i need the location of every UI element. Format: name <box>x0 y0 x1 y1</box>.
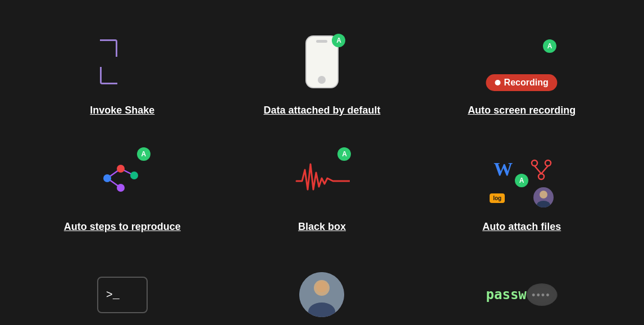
svg-point-8 <box>545 160 551 166</box>
svg-point-6 <box>130 171 138 179</box>
cell-auto-steps[interactable]: A Auto steps to reproduce <box>22 128 222 244</box>
black-box-label: Black box <box>298 221 346 233</box>
auto-steps-icon-area: A <box>89 145 156 212</box>
svg-point-17 <box>316 281 327 292</box>
data-attached-label: Data attached by default <box>263 105 380 116</box>
auto-steps-label: Auto steps to reproduce <box>64 221 181 233</box>
cell-auto-attach[interactable]: W A log Auto attach files <box>422 128 622 244</box>
data-attached-icon-area: A <box>288 28 355 96</box>
cell-invoke-shake[interactable]: Invoke Shake <box>22 11 222 128</box>
cell-black-box[interactable]: A Black box <box>222 128 422 244</box>
custom-ticket-icon-area: >_ <box>89 261 156 325</box>
blur-overlay: •••• <box>527 283 558 306</box>
svg-point-3 <box>103 174 111 182</box>
attach-a-badge: A <box>515 174 528 187</box>
terminal-text: >_ <box>106 288 120 301</box>
auto-attach-icon-area: W A log <box>485 156 558 212</box>
steps-svg-icon <box>97 159 148 198</box>
feature-grid: Invoke Shake A Data attached by default … <box>0 0 644 325</box>
attach-w-icon: W <box>494 159 513 180</box>
invoke-shake-icon <box>100 39 145 84</box>
black-box-icon-area: A <box>288 145 355 212</box>
svg-line-11 <box>541 166 548 174</box>
svg-point-12 <box>540 191 547 198</box>
svg-text:••••: •••• <box>531 291 550 300</box>
terminal-icon: >_ <box>97 277 148 313</box>
svg-line-10 <box>535 166 541 174</box>
svg-point-7 <box>532 160 537 166</box>
attach-branch-icon <box>530 159 552 181</box>
protect-sensitive-icon-area: passw •••• <box>488 261 555 325</box>
invoke-shake-label: Invoke Shake <box>90 105 154 116</box>
cell-data-attached[interactable]: A Data attached by default <box>222 11 422 128</box>
invoke-shake-icon-area <box>89 28 156 96</box>
data-attached-badge: A <box>332 34 345 47</box>
recording-badge: Recording <box>486 74 558 91</box>
user-avatar-svg <box>299 272 344 317</box>
attach-person-icon <box>533 187 554 207</box>
cell-custom-user[interactable]: Custom User data <box>222 244 422 325</box>
user-avatar <box>299 272 344 317</box>
password-area: passw •••• <box>486 285 558 305</box>
attach-avatar <box>533 187 554 207</box>
auto-screen-recording-label: Auto screen recording <box>468 105 576 116</box>
password-text: passw <box>486 287 527 303</box>
recording-label: Recording <box>504 78 549 88</box>
svg-point-4 <box>117 165 125 173</box>
cell-protect-sensitive[interactable]: passw •••• Protect sensitive data <box>422 244 622 325</box>
auto-steps-badge: A <box>137 147 150 161</box>
svg-point-5 <box>117 184 125 192</box>
auto-attach-label: Auto attach files <box>482 221 561 233</box>
recording-dot <box>495 80 501 85</box>
recording-icon-area: A Recording <box>471 39 572 96</box>
recording-badge-a: A <box>543 39 556 53</box>
password-blur: •••• <box>527 285 558 305</box>
attach-log-badge: log <box>490 193 505 203</box>
cell-custom-ticket[interactable]: >_ Custom Ticket data <box>22 244 222 325</box>
cell-auto-screen-recording[interactable]: A Recording Auto screen recording <box>422 11 622 128</box>
svg-point-13 <box>537 201 550 207</box>
svg-point-9 <box>538 174 544 179</box>
waveform-svg-icon <box>294 159 350 198</box>
custom-user-icon-area <box>288 261 355 325</box>
